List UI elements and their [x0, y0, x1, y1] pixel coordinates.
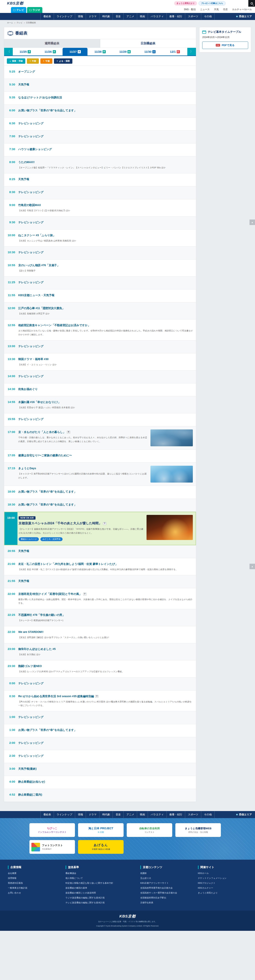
program-row[interactable]: 2:00テレビショッピング	[4, 737, 196, 750]
nav-item[interactable]: バラエティ	[148, 811, 167, 818]
program-title[interactable]: 静止画番組(お知らせ)	[18, 780, 193, 784]
promo-banner[interactable]: フォトコンテスト作品募集中	[29, 840, 75, 854]
footer-link[interactable]: 特定個人情報の適正な取り扱いに関する基本方針	[65, 881, 132, 885]
footer-link[interactable]: KBSホール	[198, 872, 247, 875]
nav-item-reception-area[interactable]: 受信エリア	[236, 811, 252, 818]
nav-item[interactable]: 時代劇	[99, 811, 113, 818]
footer-link[interactable]: 放送番組の種別ごとの放送時間	[65, 891, 132, 894]
nav-item[interactable]: 映画	[137, 811, 148, 818]
nav-item[interactable]: バラエティ	[148, 13, 167, 20]
footer-link[interactable]: 放送番組の種別の基準	[65, 886, 132, 889]
page-top-button[interactable]: ▲	[250, 564, 255, 569]
nav-item[interactable]: アニメ	[123, 13, 137, 20]
breadcrumb-item[interactable]: ホーム	[7, 21, 13, 24]
tab-weekly-schedule[interactable]: 週間番組表	[4, 39, 100, 48]
nav-item-reception-area[interactable]: 受信エリア	[236, 13, 252, 20]
program-row[interactable]: 17:05健康は自宅なり!〜ご家族の健康のために〜	[4, 450, 196, 463]
nav-item[interactable]: 番組表	[40, 811, 54, 818]
program-row[interactable]: 22:30We are STARDOM!!【実況】清野茂樹【解説】ほか/女子プロ…	[4, 626, 196, 643]
program-title[interactable]: テレビショッピング	[18, 715, 193, 719]
program-title[interactable]: テレビショッピング	[18, 220, 193, 224]
program-row[interactable]: 19:00NOW ON AIR京都浪漫スペシャル2024「千年の炎と大人が愛した…	[4, 512, 196, 545]
program-title[interactable]: 京都再発見!特別クイズ「延暦寺(国宝)と千年の風」字	[18, 592, 193, 596]
program-title[interactable]: テレビショッピング	[18, 280, 193, 285]
jump-button[interactable]: ▼午後	[40, 59, 53, 64]
program-title[interactable]: 静止画番組(ご案内)	[18, 792, 193, 797]
footer-link[interactable]: テレビ放送番組の編集に関する基本計画	[65, 901, 132, 904]
program-row[interactable]: 10:00ねこタクシー #3「ふらり旅」【出演】カンニング竹山 / 鶴田真由 山…	[4, 229, 196, 247]
nav-item[interactable]: 教養・紀行	[167, 811, 185, 818]
program-title[interactable]: 天気予報	[18, 549, 193, 553]
footer-link[interactable]: 個人情報について	[65, 877, 132, 880]
date-tab[interactable]: 11/25月	[13, 48, 38, 56]
program-row[interactable]: 12:55相続登記推進キャンペーン「不動産登記はお済みですか」まだ相続登記がされ…	[4, 320, 196, 340]
program-title[interactable]: 竹島宏の歌謡MAX	[18, 203, 193, 207]
program-row[interactable]: 17:15きょうとDays【キャスター】海平和(KBS京都アナウンサー) ほか/…	[4, 463, 196, 486]
date-tab[interactable]: 11/27水	[62, 48, 88, 56]
header-link[interactable]: 天気	[214, 8, 219, 11]
header-link[interactable]: カルチャー/ホール	[232, 8, 252, 11]
pdf-view-button[interactable]: PDF PDFで見る	[202, 41, 248, 49]
program-title[interactable]: なるほど!ナットク!おなか快調生活	[18, 95, 193, 100]
program-title[interactable]: テレビショッピング	[18, 190, 193, 194]
next-day-button[interactable]: 〉	[187, 48, 196, 56]
program-row[interactable]: 20:55天気予報	[4, 545, 196, 558]
program-title[interactable]: ハウツゥ健康ショッピング	[18, 147, 193, 151]
program-title[interactable]: 不思議神社 #78「学生服の願いの男」	[18, 613, 193, 617]
program-row[interactable]: 23:00御朱印さんぽはじめました #5【出演】矢方美紀 ほか	[4, 643, 196, 660]
program-title[interactable]: Re:ゼロから始める異世界生活 3rd season #35 総集編特別編字	[18, 694, 193, 698]
program-row[interactable]: 11:55KBS京都ニュース・天気予報	[4, 290, 196, 302]
footer-link[interactable]: ラジオ放送番組の編集に関する基本計画	[65, 896, 132, 899]
program-title[interactable]: 熱闘!ゴルフ道NEO	[18, 664, 193, 668]
program-row[interactable]: 18:00お買い物プラス「世界の“幸”を出品してます」	[4, 486, 196, 499]
search-button[interactable]	[248, 0, 255, 7]
nav-item[interactable]: ドラマ	[86, 811, 99, 818]
nav-item[interactable]: アニメ	[123, 811, 137, 818]
program-title[interactable]: KBS京都ニュース・天気予報	[18, 293, 193, 298]
program-row[interactable]: 14:30街角お福めぐり	[4, 383, 196, 396]
program-row[interactable]: 22:25不思議神社 #78「学生服の願いの男」【ナレーター】梶原誠(KBS京都…	[4, 609, 196, 626]
program-row[interactable]: 3:00天気予報(最終)	[4, 763, 196, 776]
program-row[interactable]: 6:00お買い物プラス「世界の“幸”を出品してます」	[4, 105, 196, 118]
tab-daily-schedule[interactable]: 日別番組表	[100, 39, 196, 48]
date-tab[interactable]: 11/28木	[88, 48, 112, 56]
header-link[interactable]: 売店	[223, 8, 228, 11]
date-tab[interactable]: 11/30土	[137, 48, 163, 56]
program-row[interactable]: 5:25オープニング	[4, 66, 196, 79]
nav-item[interactable]: スポーツ	[185, 13, 201, 20]
program-row[interactable]: 4:52静止画番組(ご案内)	[4, 789, 196, 802]
program-title[interactable]: テレビショッピング	[18, 121, 193, 126]
program-row[interactable]: 6:30テレビショッピング	[4, 118, 196, 130]
program-row[interactable]: 21:55天気予報	[4, 575, 196, 588]
date-tab[interactable]: 12/1日	[163, 48, 187, 56]
program-row[interactable]: 5:35なるほど!ナットク!おなか快調生活	[4, 92, 196, 105]
program-row[interactable]: 21:00友近・礼二の妄想トレイン「JR九州を旅しよう!福岡・佐賀 豪華トレイン…	[4, 558, 196, 575]
program-row[interactable]: 1:00テレビショッピング	[4, 711, 196, 724]
program-row[interactable]: 0:30Re:ゼロから始める異世界生活 3rd season #35 総集編特別…	[4, 690, 196, 711]
footer-link[interactable]: 全国高校野球選手権大会京都大会	[140, 886, 190, 889]
promo-banner[interactable]: あげるん京都府 食品ロス削減	[78, 840, 124, 854]
footer-link[interactable]: お問い合わせ	[8, 891, 57, 894]
footer-link[interactable]: KBSプロジェクト	[198, 881, 247, 885]
nav-item[interactable]: ドラマ	[86, 13, 99, 20]
program-row[interactable]: 22:00京都再発見!特別クイズ「延暦寺(国宝)と千年の風」字最澄が開いた天台宗…	[4, 588, 196, 609]
program-title[interactable]: 韓国ドラマ・福寿草 #30	[18, 357, 193, 361]
program-row[interactable]: 10:30テレビショッピング	[4, 247, 196, 259]
program-title[interactable]: うたのMAX!!	[18, 160, 193, 164]
program-row[interactable]: 4:00静止画番組(お知らせ)	[4, 776, 196, 789]
program-row[interactable]: 10:55京のいっぴん物語 #76「京扇子」【語り】阿部陽子	[4, 259, 196, 277]
footer-link[interactable]: 採用情報	[8, 877, 57, 880]
footer-link[interactable]: 祇園祭	[140, 872, 190, 875]
program-title[interactable]: 天気予報(最終)	[18, 767, 193, 771]
program-title[interactable]: テレビショッピング	[18, 417, 193, 421]
nav-item[interactable]: ラインナップ	[54, 13, 75, 20]
program-title[interactable]: お買い物プラス「世界の“幸”を出品してます」	[18, 108, 193, 113]
program-title[interactable]: 江戸の用心棒 #11「隠密対決大勝負」	[18, 306, 193, 310]
program-title[interactable]: 街角お福めぐり	[18, 387, 193, 391]
program-title[interactable]: 健康は自宅なり!〜ご家族の健康のために〜	[18, 453, 193, 457]
footer-link[interactable]: きょうと府民だより	[198, 891, 247, 894]
program-row[interactable]: 13:00テレビショッピング	[4, 340, 196, 353]
site-logo[interactable]: KBS京都	[7, 1, 23, 6]
nav-item[interactable]: 音楽	[113, 811, 123, 818]
nav-item[interactable]: 情報	[75, 13, 86, 20]
